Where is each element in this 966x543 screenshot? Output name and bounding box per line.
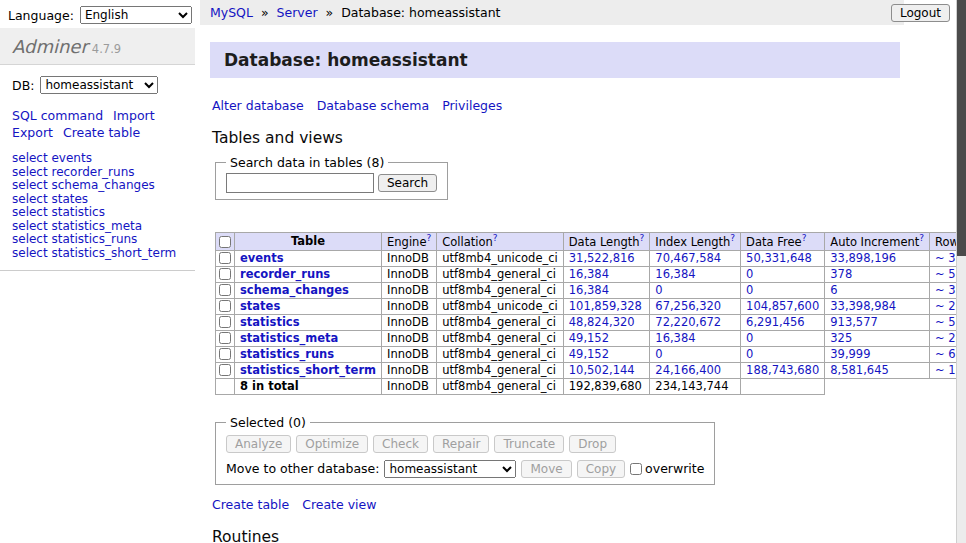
row-checkbox[interactable] — [219, 268, 231, 280]
move-db-select[interactable]: homeassistant — [384, 460, 516, 478]
auto-increment-value[interactable]: 913,577 — [825, 314, 930, 330]
data-free-value[interactable]: 6,291,456 — [741, 314, 825, 330]
table-name-link[interactable]: statistics_meta — [240, 331, 338, 345]
engine-cell: InnoDB — [382, 330, 437, 346]
row-checkbox-cell — [216, 282, 235, 298]
sidebar-table-link[interactable]: select events — [12, 152, 183, 166]
engine-cell: InnoDB — [382, 250, 437, 266]
db-label: DB: — [12, 78, 34, 93]
sidebar-table-link[interactable]: select statistics — [12, 206, 183, 220]
subnav-link[interactable]: Database schema — [317, 98, 429, 113]
sidebar-table-link[interactable]: select statistics_meta — [12, 220, 183, 234]
help-link[interactable]: ? — [640, 233, 645, 243]
column-header-table: Table — [235, 233, 382, 251]
table-name-link[interactable]: statistics — [240, 315, 300, 329]
data-free-value[interactable]: 0 — [741, 346, 825, 362]
auto-increment-value[interactable]: 378 — [825, 266, 930, 282]
sidebar-action-link[interactable]: Import — [113, 108, 155, 123]
db-select[interactable]: homeassistant — [40, 76, 158, 94]
search-input[interactable] — [226, 173, 374, 193]
table-name-link[interactable]: recorder_runs — [240, 267, 330, 281]
table-name-link[interactable]: events — [240, 251, 284, 265]
sidebar-table-link[interactable]: select schema_changes — [12, 179, 183, 193]
index-length-value[interactable]: 0 — [650, 282, 741, 298]
index-length-value[interactable]: 24,166,400 — [650, 362, 741, 378]
data-length-value[interactable]: 101,859,328 — [563, 298, 650, 314]
auto-increment-value[interactable]: 325 — [825, 330, 930, 346]
row-checkbox[interactable] — [219, 316, 231, 328]
search-button[interactable]: Search — [378, 174, 437, 192]
help-link[interactable]: ? — [493, 233, 498, 243]
row-checkbox[interactable] — [219, 284, 231, 296]
index-length-value[interactable]: 70,467,584 — [650, 250, 741, 266]
sidebar-action-link[interactable]: Create table — [63, 125, 140, 140]
row-checkbox[interactable] — [219, 252, 231, 264]
sidebar-action-link[interactable]: SQL command — [12, 108, 103, 123]
table-name-cell: schema_changes — [235, 282, 382, 298]
data-length-value[interactable]: 16,384 — [563, 282, 650, 298]
selected-legend: Selected (0) — [226, 415, 310, 430]
row-checkbox-cell — [216, 362, 235, 378]
main-content: Database: homeassistant Alter databaseDa… — [210, 28, 910, 543]
collation-cell: utf8mb4_general_ci — [437, 282, 564, 298]
auto-increment-value[interactable]: 6 — [825, 282, 930, 298]
table-name-link[interactable]: statistics_runs — [240, 347, 334, 361]
breadcrumb-link-server[interactable]: Server — [277, 5, 318, 20]
table-name-link[interactable]: states — [240, 299, 280, 313]
select-all-checkbox[interactable] — [219, 236, 231, 248]
subnav-link[interactable]: Alter database — [212, 98, 304, 113]
sidebar-table-link[interactable]: select states — [12, 193, 183, 207]
total-index-length: 234,143,744 — [650, 378, 741, 394]
create-link[interactable]: Create view — [302, 497, 376, 512]
data-free-value[interactable]: 0 — [741, 330, 825, 346]
logout-button[interactable]: Logout — [891, 4, 950, 22]
data-length-value[interactable]: 49,152 — [563, 330, 650, 346]
data-length-value[interactable]: 31,522,816 — [563, 250, 650, 266]
row-checkbox[interactable] — [219, 364, 231, 376]
row-checkbox[interactable] — [219, 348, 231, 360]
data-free-value[interactable]: 104,857,600 — [741, 298, 825, 314]
subnav-link[interactable]: Privileges — [442, 98, 502, 113]
data-free-value[interactable]: 50,331,648 — [741, 250, 825, 266]
total-label: 8 in total — [235, 378, 382, 394]
sidebar-table-link[interactable]: select statistics_short_term — [12, 247, 183, 261]
data-length-value[interactable]: 49,152 — [563, 346, 650, 362]
overwrite-checkbox[interactable] — [630, 463, 642, 475]
index-length-value[interactable]: 16,384 — [650, 330, 741, 346]
index-length-value[interactable]: 72,220,672 — [650, 314, 741, 330]
scrollbar-thumb[interactable] — [957, 0, 966, 256]
row-checkbox[interactable] — [219, 332, 231, 344]
auto-increment-value[interactable]: 39,999 — [825, 346, 930, 362]
create-link[interactable]: Create table — [212, 497, 289, 512]
sidebar: Adminer4.7.9 DB: homeassistant SQL comma… — [0, 28, 195, 271]
sidebar-table-link[interactable]: select recorder_runs — [12, 166, 183, 180]
row-checkbox[interactable] — [219, 300, 231, 312]
data-length-value[interactable]: 16,384 — [563, 266, 650, 282]
index-length-value[interactable]: 0 — [650, 346, 741, 362]
sidebar-action-link[interactable]: Export — [12, 125, 53, 140]
data-free-value[interactable]: 0 — [741, 282, 825, 298]
data-free-value[interactable]: 0 — [741, 266, 825, 282]
column-header-collation: Collation? — [437, 233, 564, 251]
index-length-value[interactable]: 16,384 — [650, 266, 741, 282]
help-link[interactable]: ? — [730, 233, 735, 243]
scrollbar[interactable] — [956, 0, 966, 543]
breadcrumb-link-mysql[interactable]: MySQL — [210, 5, 253, 20]
sidebar-table-link[interactable]: select statistics_runs — [12, 233, 183, 247]
language-select[interactable]: English — [80, 6, 192, 24]
auto-increment-value[interactable]: 8,581,645 — [825, 362, 930, 378]
data-length-value[interactable]: 48,824,320 — [563, 314, 650, 330]
data-free-value[interactable]: 188,743,680 — [741, 362, 825, 378]
help-link[interactable]: ? — [426, 233, 431, 243]
table-name-link[interactable]: schema_changes — [240, 283, 349, 297]
index-length-value[interactable]: 67,256,320 — [650, 298, 741, 314]
bulk-action-button: Analyze — [226, 435, 291, 453]
row-checkbox-cell — [216, 266, 235, 282]
auto-increment-value[interactable]: 33,398,984 — [825, 298, 930, 314]
table-name-cell: events — [235, 250, 382, 266]
table-name-link[interactable]: statistics_short_term — [240, 363, 376, 377]
data-length-value[interactable]: 10,502,144 — [563, 362, 650, 378]
help-link[interactable]: ? — [919, 233, 924, 243]
auto-increment-value[interactable]: 33,898,196 — [825, 250, 930, 266]
help-link[interactable]: ? — [802, 233, 807, 243]
